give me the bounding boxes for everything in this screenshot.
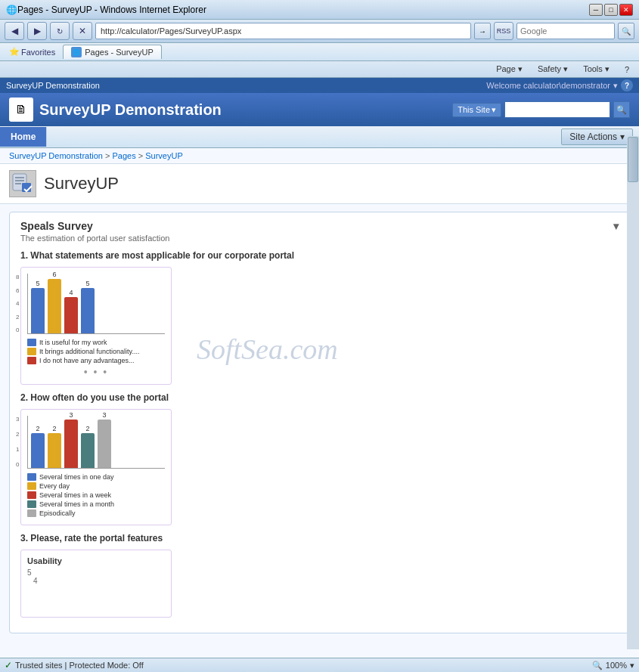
- scrollbar[interactable]: [627, 136, 639, 649]
- sp-search-button[interactable]: 🔍: [613, 101, 630, 118]
- question-2: 2. How often do you use the portal 3210 …: [20, 392, 619, 525]
- bar-1-3: 4: [64, 289, 78, 333]
- favorites-tab-bar: ⭐ Favorites 🌐 Pages - SurveyUP: [0, 43, 639, 61]
- sp-logo-area: 🗎 SurveyUP Demonstration: [9, 98, 222, 122]
- tools-menu[interactable]: Tools ▾: [578, 63, 615, 76]
- sp-nav-bar: Home Site Actions ▾: [0, 126, 639, 148]
- question-3: 3. Please, rate the portal features Usab…: [20, 533, 619, 618]
- rss-icon[interactable]: RSS: [494, 22, 513, 40]
- status-check-icon: ✓: [5, 660, 12, 670]
- nav-tab-home[interactable]: Home: [0, 127, 47, 147]
- browser-toolbar: ◀ ▶ ↻ ✕ → RSS 🔍: [0, 20, 639, 43]
- svg-rect-2: [15, 180, 24, 181]
- favorites-button[interactable]: ⭐ Favorites: [5, 45, 60, 58]
- bar-2-4: 2: [81, 425, 95, 468]
- safety-menu[interactable]: Safety ▾: [532, 63, 573, 76]
- status-text: Trusted sites | Protected Mode: Off: [15, 661, 144, 670]
- back-button[interactable]: ◀: [5, 22, 24, 40]
- survey-title: Speals Survey ▾: [20, 220, 619, 232]
- sp-logo-icon: 🗎: [9, 98, 33, 122]
- question-3-label: 3. Please, rate the portal features: [20, 533, 619, 543]
- search-go-button[interactable]: 🔍: [618, 23, 634, 39]
- sp-logo-bar: 🗎 SurveyUP Demonstration This Site ▾ 🔍: [0, 93, 639, 126]
- this-site-button[interactable]: This Site ▾: [452, 103, 501, 117]
- survey-subtitle: The estimation of portal user satisfacti…: [20, 234, 619, 243]
- scrollbar-thumb[interactable]: [628, 137, 638, 182]
- chart-2: 3210 2 2 3 2: [20, 409, 172, 525]
- forward-button[interactable]: ▶: [27, 22, 47, 40]
- search-input[interactable]: [516, 23, 615, 39]
- browser-titlebar: 🌐 Pages - SurveyUP - Windows Internet Ex…: [0, 0, 639, 20]
- page-menu[interactable]: Page ▾: [491, 63, 528, 76]
- sp-help-icon[interactable]: ?: [621, 79, 633, 91]
- chart-3: Usability 5 4: [20, 550, 172, 618]
- maximize-button[interactable]: □: [604, 4, 618, 16]
- more-dots-1: • • •: [27, 366, 165, 378]
- sp-welcome-area: Welcome calculator\demonstrator ▾ ?: [486, 79, 633, 91]
- svg-rect-1: [15, 177, 24, 178]
- survey-card: Speals Survey ▾ The estimation of portal…: [9, 212, 630, 633]
- status-left: ✓ Trusted sites | Protected Mode: Off: [5, 660, 144, 670]
- question-1-label: 1. What statements are most applicable f…: [20, 250, 619, 261]
- go-button[interactable]: →: [474, 23, 491, 39]
- bar-2-5: 3: [98, 411, 111, 468]
- sp-header-band: SurveyUP Demonstration Welcome calculato…: [0, 78, 639, 93]
- zoom-icon: 🔍: [592, 661, 603, 670]
- welcome-dropdown-icon[interactable]: ▾: [613, 81, 618, 91]
- question-2-label: 2. How often do you use the portal: [20, 392, 619, 403]
- bar-1-1: 5: [31, 280, 45, 333]
- page-icon: [9, 170, 36, 197]
- breadcrumb-pages[interactable]: Pages: [112, 151, 135, 160]
- chart-2-area: 3210 2 2 3 2: [27, 416, 165, 469]
- page-title: SurveyUP: [44, 174, 119, 194]
- sp-page-header: SurveyUP: [0, 164, 639, 204]
- breadcrumb: SurveyUP Demonstration > Pages > SurveyU…: [0, 148, 639, 164]
- bar-2-2: 2: [48, 425, 61, 468]
- browser-statusbar: ✓ Trusted sites | Protected Mode: Off 🔍 …: [0, 658, 639, 672]
- browser-title: Pages - SurveyUP - Windows Internet Expl…: [17, 5, 206, 15]
- refresh-button[interactable]: ↻: [50, 22, 70, 40]
- tab-icon: 🌐: [71, 47, 82, 57]
- chart-2-legend: Several times in one day Every day Sever…: [27, 473, 165, 517]
- svg-rect-3: [15, 183, 21, 184]
- status-right: 🔍 100% ▾: [592, 661, 634, 670]
- chart-1: 86420 5 6 4 5: [20, 267, 172, 385]
- window-controls: ─ □ ✕: [589, 4, 633, 16]
- welcome-text: Welcome calculator\demonstrator: [486, 81, 610, 90]
- minimize-button[interactable]: ─: [589, 4, 603, 16]
- sp-search-input[interactable]: [504, 101, 610, 118]
- help-button[interactable]: ?: [619, 63, 634, 76]
- browser-tools-row: Page ▾ Safety ▾ Tools ▾ ?: [0, 61, 639, 78]
- sp-nav-tabs: Home: [0, 127, 47, 147]
- chart-1-legend: It is useful for my work It brings addit…: [27, 339, 165, 364]
- zoom-level: 100%: [606, 661, 627, 670]
- address-bar[interactable]: [95, 23, 471, 39]
- sp-site-title: SurveyUP Demonstration: [39, 101, 222, 119]
- close-button[interactable]: ✕: [619, 4, 633, 16]
- bar-2-1: 2: [31, 425, 45, 468]
- sp-site-name: SurveyUP Demonstration: [6, 81, 100, 90]
- bar-2-3: 3: [64, 411, 78, 468]
- breadcrumb-home[interactable]: SurveyUP Demonstration: [9, 151, 103, 160]
- survey-dropdown-icon[interactable]: ▾: [613, 220, 619, 232]
- browser-tab[interactable]: 🌐 Pages - SurveyUP: [63, 45, 161, 59]
- breadcrumb-surveyup[interactable]: SurveyUP: [145, 151, 183, 160]
- sp-search-area: This Site ▾ 🔍: [452, 101, 630, 118]
- stop-button[interactable]: ✕: [73, 22, 92, 40]
- bar-1-4: 5: [81, 280, 95, 333]
- question-1: 1. What statements are most applicable f…: [20, 250, 619, 385]
- site-actions-button[interactable]: Site Actions ▾: [561, 129, 633, 145]
- browser-icon: 🌐: [6, 5, 17, 15]
- zoom-dropdown-icon[interactable]: ▾: [630, 661, 634, 670]
- chart-1-area: 86420 5 6 4 5: [27, 274, 165, 334]
- bar-1-2: 6: [48, 271, 61, 333]
- sp-content: Speals Survey ▾ The estimation of portal…: [0, 204, 639, 664]
